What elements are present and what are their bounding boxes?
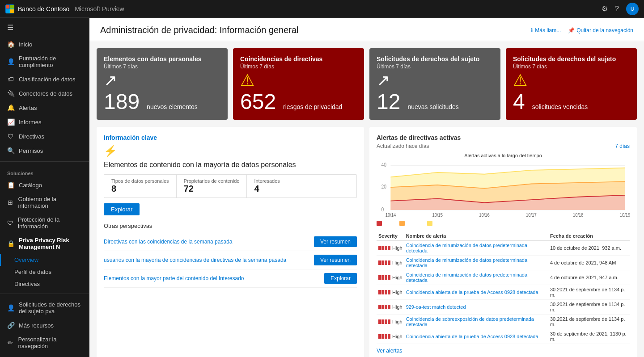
card-coincidencias[interactable]: Coincidencias de directivas Últimos 7 dí… bbox=[233, 48, 364, 120]
sidebar-item-informes[interactable]: 📈 Informes bbox=[0, 115, 89, 129]
avatar[interactable]: U bbox=[626, 3, 639, 15]
card-title-2: Solicitudes de derechos del sujeto bbox=[377, 55, 493, 63]
sidebar-item-alertas[interactable]: 🔔 Alertas bbox=[0, 101, 89, 115]
topbar: Banco de Contoso Microsoft Purview ⚙ ? U bbox=[0, 0, 644, 18]
sidebar-item-proteccion[interactable]: 🛡 Protección de la información bbox=[0, 213, 89, 233]
app-logo-icon bbox=[5, 4, 14, 13]
svg-text:10/18: 10/18 bbox=[573, 212, 584, 218]
card-number-3: 4 bbox=[513, 91, 525, 113]
sidebar-item-permisos[interactable]: 🔍 Permisos bbox=[0, 143, 89, 158]
stat-label-0: Tipos de datos personales bbox=[111, 178, 169, 184]
info-card-heading: Elementos de contenido con la mayoría de… bbox=[104, 161, 357, 169]
sidebar-item-conectores[interactable]: 🔌 Conectores de datos bbox=[0, 86, 89, 101]
svg-text:0: 0 bbox=[381, 206, 384, 212]
sidebar-label-directivas: Directivas bbox=[19, 133, 44, 140]
stat-label-1: Propietarios de contenido bbox=[184, 178, 240, 184]
sidebar-item-gobierno[interactable]: ⊞ Gobierno de la información bbox=[0, 192, 89, 213]
cell-date-2: 4 de octubre de 2021, 947 a.m. bbox=[548, 270, 630, 285]
sidebar-sub-label-perfil: Perfil de datos bbox=[14, 269, 51, 275]
cell-name-2[interactable]: Coincidencia de mirumización de datos pr… bbox=[404, 270, 548, 285]
sidebar: ☰ 🏠 Inicio 👤 Puntuación de cumplimiento … bbox=[0, 18, 89, 357]
quitar-nav-link[interactable]: 📌 Quitar de la navegación bbox=[568, 27, 633, 34]
cell-date-5: 30.2021 de septiembre de 1134 p. m. bbox=[548, 315, 630, 329]
customize-icon: ✏ bbox=[7, 339, 14, 346]
sidebar-item-mostrar-menos[interactable]: ▲ Mostrar menos bbox=[0, 353, 89, 357]
classify-icon: 🏷 bbox=[7, 76, 14, 83]
cell-name-6[interactable]: Coincidencia abierta de la prueba de Acc… bbox=[404, 329, 548, 344]
sidebar-label-inicio: Inicio bbox=[19, 41, 32, 48]
sidebar-item-clasificacion[interactable]: 🏷 Clasificación de datos bbox=[0, 72, 89, 86]
svg-text:10/14: 10/14 bbox=[386, 212, 396, 218]
sidebar-item-catalogo[interactable]: 📋 Catálogo bbox=[0, 178, 89, 192]
explore-button[interactable]: Explorar bbox=[104, 203, 140, 215]
perspective-row-0: Directivas con las coincidencias de la s… bbox=[104, 233, 357, 251]
table-row[interactable]: High Coincidencia abierta de la prueba d… bbox=[377, 285, 630, 300]
subject-requests-icon: 👤 bbox=[7, 304, 14, 311]
cell-name-5[interactable]: Coincidencia de sobreexposición de datos… bbox=[404, 315, 548, 329]
sidebar-sub-overview[interactable]: Overview bbox=[0, 254, 89, 266]
cell-name-4[interactable]: 929-oa-test match detected bbox=[404, 300, 548, 315]
cell-name-3[interactable]: Coincidencia abierta de la prueba de Acc… bbox=[404, 285, 548, 300]
sidebar-item-priva[interactable]: 🔒 Priva Privacy Risk Management N bbox=[0, 233, 89, 254]
table-row[interactable]: High 929-oa-test match detected 30.2021 … bbox=[377, 300, 630, 315]
cell-name-0[interactable]: Coincidencia de mirumización de datos pr… bbox=[404, 241, 548, 256]
settings-icon[interactable]: ⚙ bbox=[602, 4, 608, 13]
card-title-3: Solicitudes de derechos del sujeto bbox=[513, 55, 630, 63]
arrow-up-icon-0: ↗ bbox=[104, 71, 220, 90]
sidebar-item-directivas[interactable]: 🛡 Directivas bbox=[0, 129, 89, 143]
topbar-right: ⚙ ? U bbox=[602, 3, 639, 15]
cell-date-0: 10 de octubre de 2021, 932 a.m. bbox=[548, 241, 630, 256]
sidebar-sub-perfil[interactable]: Perfil de datos bbox=[0, 266, 89, 278]
card-number-1: 652 bbox=[240, 91, 276, 113]
perspective-label-2: Elementos con la mayor parte del conteni… bbox=[104, 275, 324, 281]
ver-btn-0[interactable]: Ver resumen bbox=[314, 236, 357, 247]
other-perspectives: Otras perspectivas Directivas con las co… bbox=[104, 223, 357, 288]
perspective-row-1: usuarios con la mayoría de coincidencias… bbox=[104, 251, 357, 269]
cell-date-3: 30.2021 de septiembre de 1134 p. m. bbox=[548, 285, 630, 300]
catalog-icon: 📋 bbox=[7, 181, 14, 189]
cell-severity-1: High bbox=[377, 256, 404, 270]
table-row[interactable]: High Coincidencia de mirumización de dat… bbox=[377, 241, 630, 256]
cell-severity-4: High bbox=[377, 300, 404, 315]
table-row[interactable]: High Coincidencia de mirumización de dat… bbox=[377, 256, 630, 270]
table-row[interactable]: High Coincidencia de sobreexposición de … bbox=[377, 315, 630, 329]
company-name: Banco de Contoso bbox=[18, 5, 69, 13]
card-elementos-datos[interactable]: Elementos con datos personales Últimos 7… bbox=[97, 48, 228, 120]
ver-btn-2[interactable]: Explorar bbox=[324, 273, 357, 284]
sidebar-label-mas-recursos: Más recursos bbox=[19, 322, 54, 329]
hamburger-menu[interactable]: ☰ bbox=[0, 18, 89, 37]
sidebar-item-inicio[interactable]: 🏠 Inicio bbox=[0, 37, 89, 51]
topbar-logo: Banco de Contoso Microsoft Purview bbox=[5, 4, 124, 13]
sidebar-item-mas-recursos[interactable]: 🔗 Más recursos bbox=[0, 318, 89, 332]
permissions-icon: 🔍 bbox=[7, 147, 14, 154]
stat-interesados: Interesados 4 bbox=[247, 175, 287, 197]
card-solicitudes-vencidas[interactable]: Solicitudes de derechos del sujeto Últim… bbox=[506, 48, 637, 120]
card-desc-0: nuevos elementos bbox=[147, 103, 198, 110]
sidebar-item-solicitudes[interactable]: 👤 Solicitudes de derechos del sujeto pva bbox=[0, 298, 89, 318]
table-row[interactable]: High Coincidencia de mirumización de dat… bbox=[377, 270, 630, 285]
card-number-2: 12 bbox=[377, 91, 400, 113]
chart-container: Alertas activas a lo largo del tiempo 40… bbox=[377, 153, 630, 215]
page-header-actions: ℹ Más liam... 📌 Quitar de la navegación bbox=[531, 27, 633, 34]
stat-value-2: 4 bbox=[254, 184, 280, 194]
score-icon: 👤 bbox=[7, 58, 14, 65]
alerts-card-title: Alertas de directivas activas bbox=[377, 134, 630, 141]
help-icon[interactable]: ? bbox=[615, 5, 619, 13]
cell-name-1[interactable]: Coincidencia de mirumización de datos pr… bbox=[404, 256, 548, 270]
mas-info-link[interactable]: ℹ Más liam... bbox=[531, 27, 561, 34]
arrow-up-icon-2: ↗ bbox=[377, 71, 493, 90]
card-solicitudes[interactable]: Solicitudes de derechos del sujeto Últim… bbox=[369, 48, 500, 120]
table-row[interactable]: High Coincidencia abierta de la prueba d… bbox=[377, 329, 630, 344]
sidebar-item-puntuacion[interactable]: 👤 Puntuación de cumplimiento bbox=[0, 51, 89, 72]
sidebar-item-personalizar[interactable]: ✏ Personalizar la navegación bbox=[0, 332, 89, 353]
svg-text:20: 20 bbox=[381, 183, 386, 189]
product-name: Microsoft Purview bbox=[75, 5, 124, 13]
ver-alertas-link[interactable]: Ver alertas bbox=[377, 348, 630, 354]
card-title-1: Coincidencias de directivas bbox=[240, 55, 357, 63]
reports-icon: 📈 bbox=[7, 118, 14, 126]
ver-btn-1[interactable]: Ver resumen bbox=[314, 255, 357, 265]
sidebar-sub-directivas[interactable]: Directivas bbox=[0, 278, 89, 290]
perspective-label-0: Directivas con las coincidencias de la s… bbox=[104, 239, 314, 245]
card-subtitle-1: Últimos 7 días bbox=[240, 63, 357, 70]
sidebar-label-gobierno: Gobierno de la información bbox=[18, 196, 82, 209]
